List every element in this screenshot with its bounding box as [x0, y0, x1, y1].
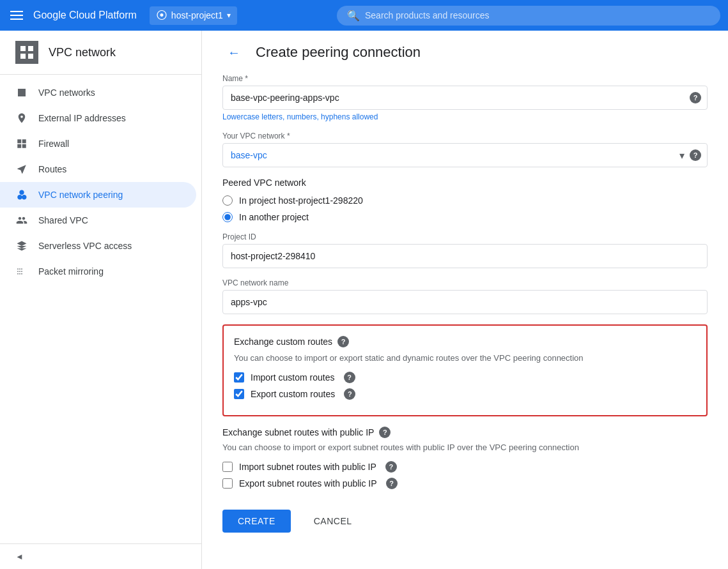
project-id-input[interactable]: [222, 244, 708, 268]
radio-in-project-label: In project host-project1-298220: [239, 195, 363, 206]
vpc-network-label: Your VPC network *: [222, 132, 708, 140]
form-container: Name * ? Lowercase letters, numbers, hyp…: [202, 64, 728, 548]
content-area: ← Create peering connection Name * ? Low…: [202, 31, 728, 569]
export-custom-help-icon[interactable]: ?: [344, 388, 355, 400]
sidebar-item-vpc-networks[interactable]: VPC networks: [0, 80, 196, 105]
export-subnet-routes-item[interactable]: Export subnet routes with public IP ?: [222, 478, 708, 489]
subnet-help-icon[interactable]: ?: [379, 427, 391, 438]
radio-another-project-input[interactable]: [222, 212, 233, 222]
vpc-name-input[interactable]: [222, 290, 708, 314]
name-help-icon[interactable]: ?: [690, 92, 701, 103]
sidebar-collapse-btn[interactable]: ◄: [0, 543, 201, 569]
back-button[interactable]: ←: [222, 41, 245, 64]
sidebar-item-external-ip[interactable]: External IP addresses: [0, 105, 196, 131]
subnet-title: Exchange subnet routes with public IP ?: [222, 427, 708, 438]
name-input[interactable]: [222, 86, 708, 110]
radio-another-project-label: In another project: [239, 212, 309, 222]
project-id-input-wrapper: [222, 244, 708, 268]
sidebar-item-shared-vpc[interactable]: Shared VPC: [0, 208, 196, 233]
search-bar[interactable]: 🔍: [337, 6, 720, 26]
peered-vpc-group: Peered VPC network In project host-proje…: [222, 178, 708, 222]
radio-another-project[interactable]: In another project: [222, 212, 708, 222]
import-custom-routes-label: Import custom routes: [251, 372, 335, 383]
sidebar-item-packet-mirroring[interactable]: Packet mirroring: [0, 259, 196, 284]
vpc-peering-icon: [15, 188, 28, 201]
svg-rect-2: [20, 54, 26, 59]
name-hint: Lowercase letters, numbers, hyphens allo…: [222, 112, 708, 121]
serverless-vpc-icon: [15, 239, 28, 252]
hamburger-menu[interactable]: [8, 8, 26, 22]
svg-rect-1: [28, 46, 33, 51]
vpc-networks-icon: [15, 86, 28, 99]
sidebar-label-shared-vpc: Shared VPC: [38, 215, 88, 225]
external-ip-icon: [15, 112, 28, 125]
content-header: ← Create peering connection: [202, 31, 728, 64]
vpc-network-select[interactable]: base-vpc: [222, 143, 708, 167]
routes-icon: [15, 163, 28, 176]
subnet-routes-section: Exchange subnet routes with public IP ? …: [222, 427, 708, 489]
search-input[interactable]: [365, 10, 710, 20]
name-input-wrapper: ?: [222, 86, 708, 110]
radio-in-project[interactable]: In project host-project1-298220: [222, 195, 708, 206]
vpc-network-help-icon[interactable]: ?: [690, 149, 701, 161]
vpc-name-input-wrapper: [222, 290, 708, 314]
shared-vpc-icon: [15, 214, 28, 227]
import-subnet-routes-label: Import subnet routes with public IP: [239, 462, 376, 472]
top-navigation: Google Cloud Platform ⦿ host-project1 ▾ …: [0, 0, 728, 31]
page-title: Create peering connection: [256, 44, 421, 61]
project-name: host-project1: [171, 10, 223, 20]
collapse-icon: ◄: [15, 552, 24, 561]
exchange-title: Exchange custom routes ?: [234, 336, 696, 347]
import-custom-routes-checkbox[interactable]: [234, 372, 244, 383]
sidebar-label-vpc-networks: VPC networks: [38, 87, 95, 98]
exchange-title-text: Exchange custom routes: [234, 337, 332, 347]
sidebar: VPC network VPC networks External IP add…: [0, 31, 202, 569]
export-custom-routes-label: Export custom routes: [251, 389, 335, 399]
sidebar-item-serverless-vpc[interactable]: Serverless VPC access: [0, 233, 196, 259]
import-subnet-help-icon[interactable]: ?: [385, 461, 397, 473]
peered-vpc-title: Peered VPC network: [222, 178, 708, 188]
sidebar-title: VPC network: [49, 46, 116, 59]
project-id-label: Project ID: [222, 232, 708, 241]
export-custom-routes-item[interactable]: Export custom routes ?: [234, 388, 696, 400]
project-selector[interactable]: ⦿ host-project1 ▾: [150, 6, 237, 25]
name-field-group: Name * ? Lowercase letters, numbers, hyp…: [222, 74, 708, 121]
svg-rect-3: [28, 54, 33, 59]
sidebar-item-firewall[interactable]: Firewall: [0, 131, 196, 156]
export-custom-routes-checkbox[interactable]: [234, 389, 244, 399]
sidebar-label-packet-mirroring: Packet mirroring: [38, 266, 104, 277]
vpc-network-select-wrapper: base-vpc ▾ ?: [222, 143, 708, 167]
vpc-name-field-group: VPC network name: [222, 278, 708, 314]
name-label: Name *: [222, 74, 708, 83]
export-subnet-help-icon[interactable]: ?: [386, 478, 398, 489]
brand-name: Google Cloud Platform: [33, 10, 137, 21]
sidebar-label-serverless-vpc: Serverless VPC access: [38, 241, 132, 251]
radio-in-project-input[interactable]: [222, 195, 233, 206]
main-layout: VPC network VPC networks External IP add…: [0, 31, 728, 569]
create-button[interactable]: CREATE: [222, 510, 291, 533]
svg-rect-0: [20, 46, 26, 51]
import-custom-help-icon[interactable]: ?: [344, 372, 355, 383]
sidebar-header: VPC network: [0, 31, 201, 75]
sidebar-label-firewall: Firewall: [38, 139, 69, 149]
chevron-down-icon: ▾: [227, 11, 231, 20]
sidebar-label-vpc-peering: VPC network peering: [38, 190, 123, 200]
cancel-button[interactable]: CANCEL: [298, 510, 368, 533]
subnet-title-text: Exchange subnet routes with public IP: [222, 427, 374, 437]
exchange-help-icon[interactable]: ?: [337, 336, 349, 347]
import-custom-routes-item[interactable]: Import custom routes ?: [234, 372, 696, 383]
vpc-name-label: VPC network name: [222, 278, 708, 287]
import-subnet-routes-item[interactable]: Import subnet routes with public IP ?: [222, 461, 708, 473]
sidebar-item-routes[interactable]: Routes: [0, 156, 196, 182]
search-icon: 🔍: [347, 10, 360, 22]
firewall-icon: [15, 137, 28, 150]
exchange-custom-routes-box: Exchange custom routes ? You can choose …: [222, 324, 708, 416]
import-subnet-routes-checkbox[interactable]: [222, 462, 233, 472]
project-icon: ⦿: [156, 9, 167, 22]
packet-mirroring-icon: [15, 265, 28, 278]
sidebar-item-vpc-peering[interactable]: VPC network peering: [0, 182, 196, 208]
sidebar-label-external-ip: External IP addresses: [38, 113, 126, 123]
subnet-desc: You can choose to import or export subne…: [222, 442, 708, 453]
sidebar-label-routes: Routes: [38, 164, 66, 174]
export-subnet-routes-checkbox[interactable]: [222, 478, 233, 489]
